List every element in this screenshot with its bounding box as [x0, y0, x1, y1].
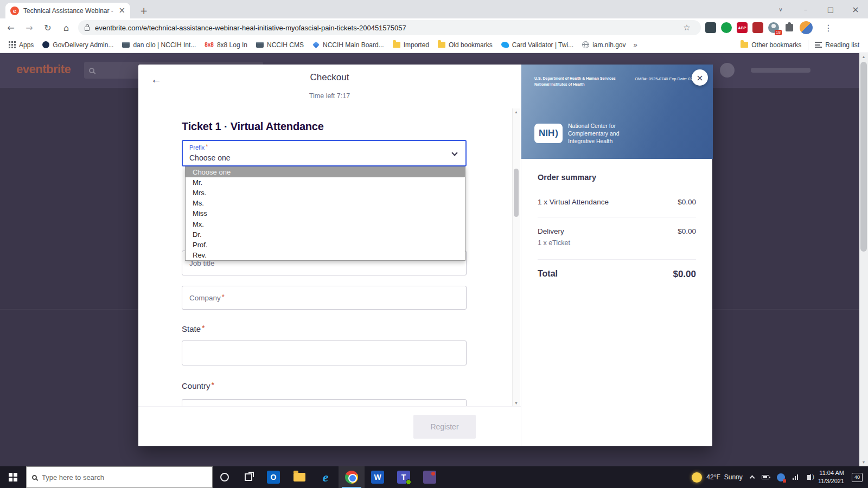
reading-list-icon [815, 42, 822, 48]
tray-app-icon[interactable] [777, 473, 785, 481]
8x8-icon: 8x8 [205, 42, 214, 48]
window-controls: □ [768, 0, 868, 18]
window-close-button[interactable] [843, 0, 868, 18]
prefix-option[interactable]: Choose one [186, 167, 465, 177]
bookmark-label: Apps [19, 41, 34, 49]
address-bar[interactable]: eventbrite.com/e/technical-assistance-we… [78, 20, 701, 35]
bookmarks-overflow-button[interactable]: » [630, 41, 641, 49]
diamond-icon [312, 41, 320, 48]
company-label: Company [189, 286, 225, 309]
prefix-option[interactable]: Rev. [186, 250, 465, 260]
page-scrollbar-thumb[interactable] [860, 62, 867, 252]
scroll-down-arrow[interactable]: ▼ [859, 459, 868, 466]
bookmark-8x8[interactable]: 8x8 8x8 Log In [200, 38, 252, 52]
other-bookmarks-button[interactable]: Other bookmarks [736, 38, 806, 52]
word-icon: W [371, 471, 384, 484]
prefix-option[interactable]: Prof. [186, 240, 465, 250]
total-label: Total [538, 269, 558, 280]
prefix-option[interactable]: Mrs. [186, 188, 465, 198]
taskbar-word[interactable]: W [365, 466, 391, 488]
close-modal-button[interactable] [692, 69, 708, 86]
page-scrollbar[interactable]: ▲ ▼ [859, 53, 868, 466]
forward-button[interactable] [22, 20, 37, 35]
bookmark-dan-cilo[interactable]: dan cilo | NCCIH Int... [118, 38, 200, 52]
bookmark-folder-old[interactable]: Old bookmarks [433, 38, 497, 52]
browser-tab[interactable]: e Technical Assistance Webinar - H [5, 3, 130, 18]
taskbar-search-input[interactable] [42, 473, 207, 481]
apps-grid-icon [9, 41, 10, 43]
summary-divider [538, 217, 696, 217]
action-center-icon[interactable]: 40 [852, 473, 863, 482]
checkout-modal: ← Checkout Time left 7:17 Ticket 1 · Vir… [138, 65, 712, 446]
form-scrollbar[interactable]: ▲ ▼ [512, 108, 520, 407]
scroll-down-arrow[interactable]: ▼ [513, 400, 520, 407]
scroll-up-arrow[interactable]: ▲ [859, 53, 868, 61]
internet-explorer-icon: e [319, 471, 332, 484]
tab-close-icon[interactable] [118, 7, 125, 15]
back-button[interactable] [3, 20, 18, 35]
network-icon[interactable] [793, 474, 800, 480]
bookmark-iam-nih[interactable]: iam.nih.gov [578, 38, 630, 52]
form-scrollbar-thumb[interactable] [514, 169, 519, 217]
hidden-icons-chevron[interactable] [749, 476, 755, 481]
prefix-select[interactable]: Prefix Choose one [182, 140, 467, 166]
extension-icon-3[interactable] [752, 22, 763, 33]
taskbar-teams[interactable]: T [391, 466, 417, 488]
country-input[interactable] [182, 399, 467, 407]
battery-icon[interactable] [762, 475, 769, 479]
cortana-button[interactable] [213, 466, 237, 488]
register-button[interactable]: Register [413, 415, 476, 439]
taskbar-outlook[interactable]: O [260, 466, 286, 488]
extensions-menu-icon[interactable] [786, 24, 793, 31]
bookmark-govdelivery[interactable]: GovDelivery Admin... [38, 38, 118, 52]
bookmark-nccih-board[interactable]: NCCIH Main Board... [308, 38, 388, 52]
company-field[interactable]: Company [182, 286, 467, 310]
window-minimize-button[interactable] [793, 0, 818, 18]
bookmark-label: 8x8 Log In [217, 41, 247, 49]
taskbar-app-7[interactable] [417, 466, 443, 488]
prefix-value: Choose one [189, 153, 231, 162]
delivery-label: Delivery [538, 227, 564, 235]
bookmark-card-validator[interactable]: Card Validator | Twi... [497, 38, 578, 52]
extension-icon-2[interactable] [721, 22, 732, 33]
cortana-icon [220, 473, 229, 481]
prefix-option[interactable]: Mx. [186, 219, 465, 229]
browser-menu-icon[interactable] [821, 20, 836, 35]
state-input[interactable] [182, 341, 467, 365]
profile-avatar[interactable] [800, 21, 813, 34]
bookmark-star-icon[interactable] [679, 20, 694, 35]
summary-divider [538, 259, 696, 260]
window-maximize-button[interactable]: □ [818, 0, 843, 18]
taskbar-chrome[interactable] [339, 466, 365, 488]
taskbar-file-explorer[interactable] [286, 466, 312, 488]
bookmark-nccih-cms[interactable]: NCCIH CMS [252, 38, 308, 52]
new-tab-button[interactable] [137, 4, 151, 18]
taskbar-clock[interactable]: 11:04 AM 11/3/2021 [818, 469, 844, 485]
taskbar-search[interactable] [26, 466, 213, 488]
volume-icon[interactable] [807, 475, 810, 480]
prefix-option[interactable]: Ms. [186, 198, 465, 208]
bookmark-apps[interactable]: Apps [4, 38, 38, 52]
prefix-option[interactable]: Mr. [186, 177, 465, 188]
home-button[interactable] [59, 20, 74, 35]
extension-icon-4[interactable]: 18 [768, 22, 779, 33]
extension-icon-1[interactable] [705, 22, 716, 33]
task-view-button[interactable] [237, 466, 260, 488]
bookmark-label: Card Validator | Twi... [512, 41, 573, 49]
bookmark-folder-imported[interactable]: Imported [388, 38, 433, 52]
reload-button[interactable] [40, 20, 55, 35]
tab-search-icon[interactable] [768, 0, 793, 18]
tab-title: Technical Assistance Webinar - H [23, 7, 115, 15]
prefix-option[interactable]: Miss [186, 208, 465, 219]
prefix-option[interactable]: Dr. [186, 229, 465, 240]
windows-logo-icon [9, 473, 17, 481]
start-button[interactable] [0, 466, 26, 488]
adblock-extension-icon[interactable]: ABP [737, 22, 748, 33]
weather-widget[interactable]: 42°F Sunny [692, 472, 743, 483]
taskbar-internet-explorer[interactable]: e [312, 466, 339, 488]
scroll-up-arrow[interactable]: ▲ [513, 108, 520, 115]
task-view-icon [245, 473, 252, 481]
bookmark-label: Imported [404, 41, 429, 49]
reading-list-button[interactable]: Reading list [810, 38, 864, 52]
bookmark-label: NCCIH Main Board... [323, 41, 384, 49]
